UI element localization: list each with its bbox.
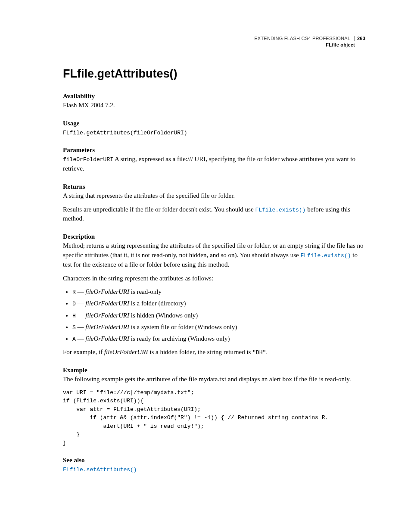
attr-em: fileOrFolderURI — [85, 312, 129, 319]
attribute-list: R — fileOrFolderURI is read-only D — fil… — [63, 287, 365, 343]
set-attributes-link[interactable]: FLfile.setAttributes() — [63, 467, 137, 473]
page: EXTENDING FLASH CS4 PROFESSIONAL 263 FLf… — [0, 0, 411, 532]
desc-p3c: . — [266, 348, 268, 355]
list-item: H — fileOrFolderURI is hidden (Windows o… — [72, 311, 365, 320]
attr-code: A — [72, 336, 76, 342]
attr-tail: is read-only — [129, 288, 162, 295]
exists-link[interactable]: FLfile.exists() — [255, 207, 305, 213]
parameters-text: fileOrFolderURI A string, expressed as a… — [63, 155, 365, 174]
attr-em: fileOrFolderURI — [85, 288, 129, 295]
exists-link-2[interactable]: FLfile.exists() — [300, 252, 351, 259]
list-item: D — fileOrFolderURI is a folder (directo… — [72, 299, 365, 308]
running-header: EXTENDING FLASH CS4 PROFESSIONAL 263 FLf… — [254, 35, 365, 48]
attr-em: fileOrFolderURI — [85, 335, 129, 342]
description-heading: Description — [63, 233, 365, 240]
attr-em: fileOrFolderURI — [85, 300, 129, 307]
example-intro: The following example gets the attribute… — [63, 375, 365, 384]
see-also-heading: See also — [63, 457, 365, 464]
attr-tail: is a system file or folder (Windows only… — [129, 324, 237, 330]
attr-code: S — [72, 324, 76, 331]
desc-p3a: For example, if — [63, 348, 104, 355]
desc-p3code: "DH" — [252, 349, 266, 356]
page-number: 263 — [354, 36, 365, 41]
see-also-text: FLfile.setAttributes() — [63, 465, 365, 474]
example-heading: Example — [63, 367, 365, 374]
attr-tail: is ready for archiving (Windows only) — [129, 335, 230, 342]
description-p3: For example, if fileOrFolderURI is a hid… — [63, 348, 365, 357]
returns-heading: Returns — [63, 183, 365, 190]
attr-tail: is hidden (Windows only) — [129, 312, 198, 319]
example-code: var URI = "file:///c|/temp/mydata.txt"; … — [63, 389, 365, 448]
desc-p3em: fileOrFolderURI — [104, 348, 148, 355]
section-name: FLfile object — [254, 42, 365, 48]
attr-code: H — [72, 313, 76, 319]
returns-p1: A string that represents the attributes … — [63, 191, 365, 201]
attr-code: D — [72, 301, 76, 307]
usage-heading: Usage — [63, 120, 365, 127]
returns-p2a: Results are unpredictable if the file or… — [63, 206, 255, 213]
param-name: fileOrFolderURI — [63, 156, 113, 163]
list-item: S — fileOrFolderURI is a system file or … — [72, 323, 365, 332]
attr-tail: is a folder (directory) — [129, 300, 186, 307]
parameters-heading: Parameters — [63, 146, 365, 154]
attr-code: R — [72, 289, 76, 296]
list-item: A — fileOrFolderURI is ready for archivi… — [72, 334, 365, 343]
returns-p2: Results are unpredictable if the file or… — [63, 205, 365, 224]
book-title: EXTENDING FLASH CS4 PROFESSIONAL — [254, 36, 350, 41]
description-p2: Characters in the string represent the a… — [63, 274, 365, 283]
page-title: FLfile.getAttributes() — [63, 67, 365, 81]
book-title-line: EXTENDING FLASH CS4 PROFESSIONAL 263 — [254, 35, 365, 42]
availability-heading: Availability — [63, 93, 365, 100]
description-p1: Method; returns a string representing th… — [63, 241, 365, 269]
list-item: R — fileOrFolderURI is read-only — [72, 287, 365, 296]
desc-p3b: is a hidden folder, the string returned … — [148, 348, 252, 355]
attr-em: fileOrFolderURI — [85, 324, 129, 330]
availability-text: Flash MX 2004 7.2. — [63, 101, 365, 110]
usage-code: FLfile.getAttributes(fileOrFolderURI) — [63, 129, 365, 137]
